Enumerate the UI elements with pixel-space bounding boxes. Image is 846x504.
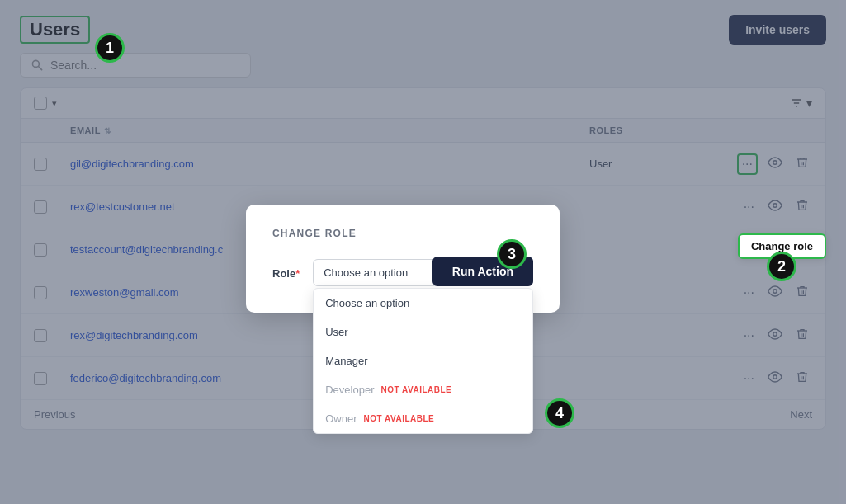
dropdown-options-list: Choose an option User Manager Developer … [313, 288, 533, 434]
role-field-label: Role* [272, 259, 300, 280]
dropdown-option-item-developer: Developer NOT AVAILABLE [314, 375, 532, 404]
modal-title: CHANGE ROLE [272, 228, 533, 239]
annotation-3: 3 [497, 239, 527, 269]
dropdown-option-item-user[interactable]: User [314, 318, 532, 346]
developer-unavailable-badge: NOT AVAILABLE [381, 385, 452, 394]
annotation-2: 2 [767, 252, 796, 281]
required-indicator: * [295, 267, 300, 280]
owner-unavailable-badge: NOT AVAILABLE [364, 414, 435, 423]
annotation-1: 1 [95, 33, 125, 63]
dropdown-option-item-manager[interactable]: Manager [314, 346, 532, 375]
annotation-4: 4 [545, 398, 574, 428]
dropdown-option-item-owner: Owner NOT AVAILABLE [314, 404, 532, 433]
dropdown-option-item-choose[interactable]: Choose an option [314, 289, 532, 318]
